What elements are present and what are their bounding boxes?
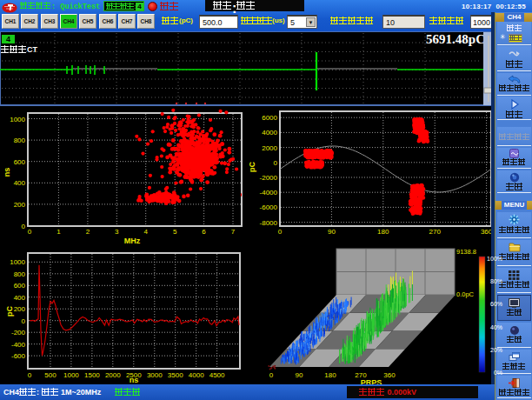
svg-text:4000: 4000 <box>189 371 204 379</box>
svg-text:180: 180 <box>324 371 336 379</box>
svg-text:6000: 6000 <box>262 114 277 122</box>
svg-text:-8000: -8000 <box>260 219 278 227</box>
svg-text:4000: 4000 <box>262 129 277 137</box>
svg-text:2: 2 <box>86 228 90 236</box>
svg-text:360: 360 <box>383 371 396 379</box>
svg-text:0: 0 <box>274 159 278 167</box>
svg-text:5691.48pC: 5691.48pC <box>426 32 485 46</box>
svg-text:0: 0 <box>28 228 32 236</box>
svg-text:-200: -200 <box>11 329 26 337</box>
svg-text:180: 180 <box>377 228 389 236</box>
svg-text:400: 400 <box>14 294 26 302</box>
svg-text:-400: -400 <box>11 341 26 349</box>
svg-text:400: 400 <box>14 179 26 187</box>
svg-text:2000: 2000 <box>105 371 121 379</box>
svg-text:0: 0 <box>278 228 283 236</box>
svg-text:500: 500 <box>44 371 57 379</box>
svg-text:PRPS: PRPS <box>361 378 382 384</box>
svg-text:1000: 1000 <box>10 258 25 266</box>
svg-text:800: 800 <box>14 137 26 144</box>
svg-text:0: 0 <box>22 223 26 230</box>
svg-text:270: 270 <box>429 228 442 236</box>
svg-text:2000: 2000 <box>262 144 277 152</box>
svg-text:0: 0 <box>22 317 26 325</box>
svg-text:4500: 4500 <box>209 371 225 379</box>
svg-text:ns: ns <box>130 376 139 384</box>
svg-text:90: 90 <box>296 371 303 379</box>
svg-text:3500: 3500 <box>168 371 183 379</box>
svg-text:1000: 1000 <box>10 116 25 123</box>
svg-text:7: 7 <box>231 228 236 236</box>
svg-text:9138.8: 9138.8 <box>456 248 476 256</box>
svg-text:200: 200 <box>14 201 26 209</box>
svg-text:0: 0 <box>28 371 32 379</box>
svg-text:5: 5 <box>173 228 177 236</box>
svg-text:800: 800 <box>14 270 26 278</box>
svg-text:600: 600 <box>14 282 26 290</box>
svg-text:-2000: -2000 <box>260 174 278 182</box>
svg-text:0: 0 <box>269 371 274 379</box>
svg-text:1500: 1500 <box>84 371 100 379</box>
svg-text:90: 90 <box>328 228 336 236</box>
svg-text:3: 3 <box>115 228 119 236</box>
svg-text:0.0pC: 0.0pC <box>456 290 475 298</box>
svg-text:6: 6 <box>202 228 206 236</box>
svg-text:1: 1 <box>57 228 61 236</box>
svg-text:MHz: MHz <box>124 237 141 245</box>
svg-text:4: 4 <box>143 228 148 236</box>
svg-text:pC: pC <box>248 162 256 172</box>
svg-text:-4000: -4000 <box>260 189 278 197</box>
svg-text:1000: 1000 <box>63 371 79 379</box>
svg-text:pC: pC <box>5 306 14 317</box>
svg-text:200: 200 <box>14 305 26 313</box>
svg-text:-6000: -6000 <box>260 203 278 211</box>
svg-text:3000: 3000 <box>147 371 163 379</box>
svg-text:600: 600 <box>14 158 26 166</box>
svg-text:ns: ns <box>3 168 11 177</box>
svg-text:-600: -600 <box>11 352 26 360</box>
